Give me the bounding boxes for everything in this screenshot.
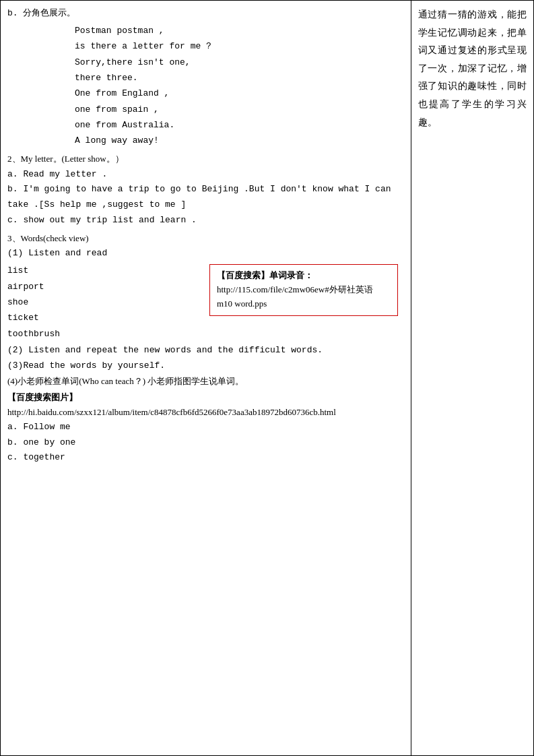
section3-3: (3)Read the words by yourself. xyxy=(7,358,404,374)
left-column: b. 分角色展示。 Postman postman , is there a l… xyxy=(1,1,411,756)
popup-url: http://115.com/file/c2mw06ew#外研社英语 m10 w… xyxy=(217,284,373,309)
poem-line-6: one from spain , xyxy=(75,102,404,117)
follow-b: b. one by one xyxy=(7,435,404,451)
word-ticket: ticket xyxy=(7,310,102,325)
follow-c: c. together xyxy=(7,450,404,466)
section2b: b. I'm going to have a trip to go to Bei… xyxy=(7,182,404,213)
words-and-popup: list airport shoe ticket toothbrush 【百度搜… xyxy=(7,263,404,342)
word-airport: airport xyxy=(7,279,102,294)
word-list: list xyxy=(7,263,102,278)
poem-line-3: Sorry,there isn't one, xyxy=(75,55,404,70)
word-shoe: shoe xyxy=(7,294,102,310)
word-list: list airport shoe ticket toothbrush xyxy=(7,263,102,342)
popup-box: 【百度搜索】单词录音： http://115.com/file/c2mw06ew… xyxy=(209,264,398,315)
poem-line-2: is there a letter for me ? xyxy=(75,38,404,54)
right-column: 通过猜一猜的游戏，能把学生记忆调动起来，把单词又通过复述的形式呈现了一次，加深了… xyxy=(411,1,533,756)
baidu-image-url: http://hi.baidu.com/szxx121/album/item/c… xyxy=(7,406,404,420)
section3-1: (1) Listen and read xyxy=(7,246,404,261)
follow-a: a. Follow me xyxy=(7,420,404,435)
poem-line-7: one from Australia. xyxy=(75,117,404,133)
section2-header: 2、My letter。(Letter show。） xyxy=(7,152,404,167)
section2a: a. Read my letter . xyxy=(7,167,404,183)
section2c: c. show out my trip list and learn . xyxy=(7,213,404,228)
section-b-header: b. 分角色展示。 xyxy=(7,6,404,22)
popup-label: 【百度搜索】单词录音： xyxy=(217,270,313,280)
section3-2: (2) Listen and repeat the new words and … xyxy=(7,343,404,358)
page: b. 分角色展示。 Postman postman , is there a l… xyxy=(0,0,534,756)
section3-header: 3、Words(check view) xyxy=(7,231,404,247)
section3-4: (4)小老师检查单词(Who can teach？) 小老师指图学生说单词。 xyxy=(7,374,404,389)
poem-line-1: Postman postman , xyxy=(75,23,404,38)
poem-block: Postman postman , is there a letter for … xyxy=(7,23,404,149)
poem-line-8: A long way away! xyxy=(75,133,404,148)
right-text: 通过猜一猜的游戏，能把学生记忆调动起来，把单词又通过复述的形式呈现了一次，加深了… xyxy=(418,6,527,131)
poem-line-5: One from England , xyxy=(75,86,404,101)
main-table: b. 分角色展示。 Postman postman , is there a l… xyxy=(0,0,534,756)
poem-line-4: there three. xyxy=(75,70,404,86)
baidu-image-label: 【百度搜索图片】 xyxy=(7,390,404,406)
content-area: b. 分角色展示。 Postman postman , is there a l… xyxy=(7,6,404,466)
word-toothbrush: toothbrush xyxy=(7,326,102,342)
